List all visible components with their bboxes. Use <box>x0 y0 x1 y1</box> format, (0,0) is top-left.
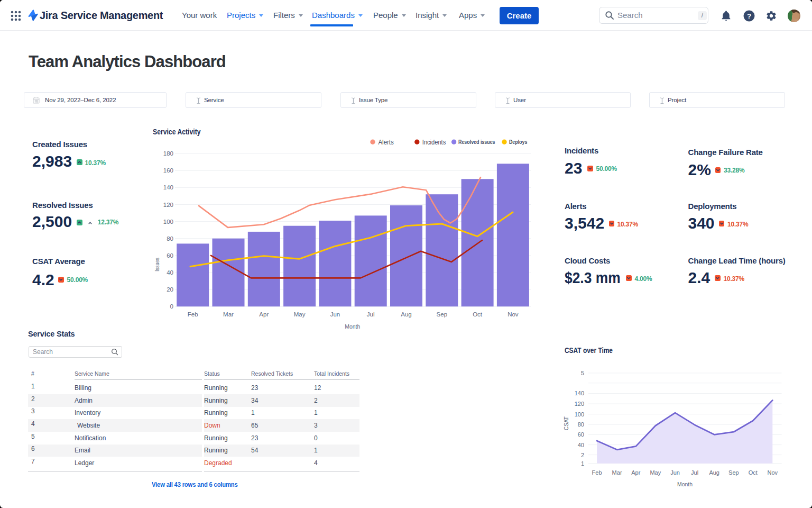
svg-text:100: 100 <box>163 219 173 225</box>
svg-text:Nov: Nov <box>508 311 519 318</box>
svg-text:40: 40 <box>167 269 173 276</box>
svg-text:160: 160 <box>163 167 173 174</box>
svg-text:Aug: Aug <box>709 469 719 476</box>
svg-text:Resolved issues: Resolved issues <box>458 139 495 145</box>
svg-text:Incidents: Incidents <box>422 138 446 146</box>
svg-text:May: May <box>294 311 306 318</box>
svg-text:60: 60 <box>578 431 584 438</box>
svg-text:20: 20 <box>167 286 173 293</box>
svg-text:Sep: Sep <box>728 469 739 476</box>
svg-text:Oct: Oct <box>749 469 758 476</box>
svg-text:60: 60 <box>167 252 173 259</box>
svg-text:Issues: Issues <box>154 258 160 271</box>
svg-text:80: 80 <box>167 235 173 242</box>
svg-text:CSAT: CSAT <box>563 416 569 430</box>
svg-text:Oct: Oct <box>473 311 483 318</box>
svg-text:80: 80 <box>578 421 584 428</box>
svg-text:5: 5 <box>581 370 584 376</box>
svg-text:?: ? <box>747 12 751 20</box>
svg-text:120: 120 <box>163 202 173 208</box>
svg-text:140: 140 <box>575 390 584 396</box>
svg-text:Aug: Aug <box>401 311 411 318</box>
svg-text:Jul: Jul <box>691 469 698 476</box>
svg-text:Feb: Feb <box>188 311 198 318</box>
svg-text:120: 120 <box>575 401 584 407</box>
svg-text:Apr: Apr <box>631 469 640 476</box>
svg-text:Month: Month <box>345 323 360 330</box>
svg-text:Apr: Apr <box>259 311 269 318</box>
svg-text:100: 100 <box>575 411 584 418</box>
svg-text:Mar: Mar <box>612 469 622 476</box>
svg-text:Month: Month <box>677 481 693 487</box>
svg-text:Jul: Jul <box>367 311 375 318</box>
svg-text:Service Activity: Service Activity <box>153 128 201 136</box>
svg-text:May: May <box>650 469 661 476</box>
svg-text:Mar: Mar <box>223 311 234 318</box>
svg-text:Feb: Feb <box>592 469 602 476</box>
svg-text:Jun: Jun <box>670 469 680 476</box>
svg-text:Alerts: Alerts <box>379 138 394 146</box>
svg-text:Sep: Sep <box>437 311 447 318</box>
svg-text:CSAT over Time: CSAT over Time <box>565 346 613 355</box>
svg-text:140: 140 <box>163 184 173 190</box>
svg-text:2: 2 <box>581 452 584 458</box>
svg-text:40: 40 <box>578 442 584 448</box>
svg-text:Nov: Nov <box>768 469 778 476</box>
svg-text:Deploys: Deploys <box>509 139 527 145</box>
svg-text:0: 0 <box>170 303 173 310</box>
svg-text:Jun: Jun <box>330 311 340 318</box>
svg-text:1: 1 <box>581 460 584 467</box>
svg-text:180: 180 <box>163 150 173 157</box>
